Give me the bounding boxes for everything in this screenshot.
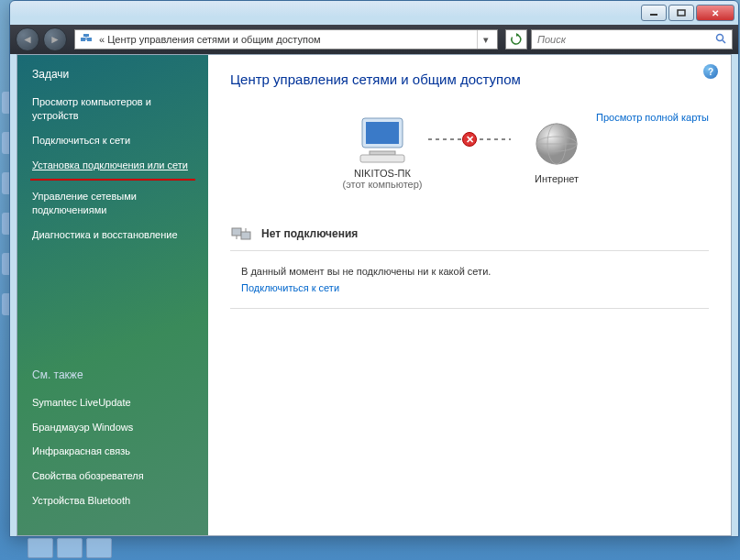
breadcrumb: Центр управления сетями и общим доступом: [107, 34, 320, 45]
computer-icon: [353, 115, 412, 164]
maximize-button[interactable]: [668, 5, 694, 21]
connect-to-network-link[interactable]: Подключиться к сети: [230, 280, 709, 309]
minimize-button[interactable]: [641, 5, 667, 21]
address-dropdown[interactable]: ▾: [477, 30, 493, 49]
sidebar-seealso-browser-props[interactable]: Свойства обозревателя: [17, 464, 208, 489]
view-full-map-link[interactable]: Просмотр полной карты: [596, 112, 709, 123]
sidebar-seealso-header: См. также: [17, 368, 208, 390]
search-icon[interactable]: [715, 33, 726, 46]
this-computer-node: NIKITOS-ПК (этот компьютер): [318, 115, 447, 190]
main-panel: ? Центр управления сетями и общим доступ…: [208, 55, 731, 535]
connection-failed-icon: ✕: [462, 132, 477, 147]
forward-button[interactable]: ►: [43, 27, 67, 51]
page-title: Центр управления сетями и общим доступом: [230, 71, 709, 87]
sidebar-seealso-infrared[interactable]: Инфракрасная связь: [17, 439, 208, 464]
network-status-icon: [230, 225, 252, 243]
svg-point-7: [717, 35, 723, 41]
titlebar: ✕: [10, 1, 738, 25]
status-text: Нет подключения: [261, 227, 358, 240]
close-button[interactable]: ✕: [696, 5, 734, 21]
refresh-button[interactable]: [505, 29, 527, 49]
svg-rect-10: [366, 122, 399, 144]
sidebar: Задачи Просмотр компьютеров и устройств …: [17, 55, 208, 535]
sidebar-link-connect-network[interactable]: Подключиться к сети: [17, 128, 208, 153]
svg-rect-1: [678, 10, 685, 16]
svg-rect-18: [241, 232, 250, 239]
breadcrumb-prefix: «: [99, 34, 105, 45]
svg-line-8: [723, 40, 725, 43]
svg-rect-11: [370, 151, 395, 155]
highlight-underline: [30, 179, 195, 181]
svg-rect-17: [232, 228, 241, 236]
sidebar-link-view-computers[interactable]: Просмотр компьютеров и устройств: [17, 90, 208, 128]
no-connection-message: В данный момент вы не подключены ни к ка…: [230, 251, 709, 280]
sidebar-seealso-bluetooth[interactable]: Устройства Bluetooth: [17, 489, 208, 513]
sidebar-seealso-firewall[interactable]: Брандмауэр Windows: [17, 415, 208, 440]
computer-sublabel: (этот компьютер): [342, 179, 422, 190]
sidebar-seealso-symantec[interactable]: Symantec LiveUpdate: [17, 390, 208, 415]
search-box[interactable]: [531, 29, 733, 49]
control-panel-window: ✕ ◄ ► « Центр управления сетями и общим …: [9, 0, 739, 537]
sidebar-tasks-header: Задачи: [17, 68, 208, 90]
svg-rect-0: [650, 14, 657, 16]
help-icon[interactable]: ?: [703, 64, 718, 79]
svg-rect-12: [360, 155, 404, 162]
address-bar[interactable]: « Центр управления сетями и общим доступ…: [74, 29, 498, 49]
connection-line-broken: ✕: [428, 138, 511, 140]
sidebar-link-diagnose-repair[interactable]: Диагностика и восстановление: [17, 223, 208, 247]
svg-rect-4: [83, 34, 89, 37]
status-row: Нет подключения: [230, 217, 709, 251]
network-center-icon: [79, 32, 94, 47]
internet-node: Интернет: [492, 120, 621, 184]
back-button[interactable]: ◄: [16, 27, 39, 51]
search-input[interactable]: [537, 34, 715, 45]
sidebar-link-setup-connection[interactable]: Установка подключения или сети: [17, 153, 208, 178]
computer-name: NIKITOS-ПК: [354, 168, 411, 179]
taskbar-fragment: [28, 538, 112, 560]
network-map: NIKITOS-ПК (этот компьютер) ✕ Интернет: [230, 115, 709, 190]
globe-icon: [530, 120, 583, 170]
sidebar-link-manage-connections[interactable]: Управление сетевыми подключениями: [17, 184, 208, 223]
internet-label: Интернет: [535, 173, 579, 184]
navigation-bar: ◄ ► « Центр управления сетями и общим до…: [10, 25, 738, 54]
